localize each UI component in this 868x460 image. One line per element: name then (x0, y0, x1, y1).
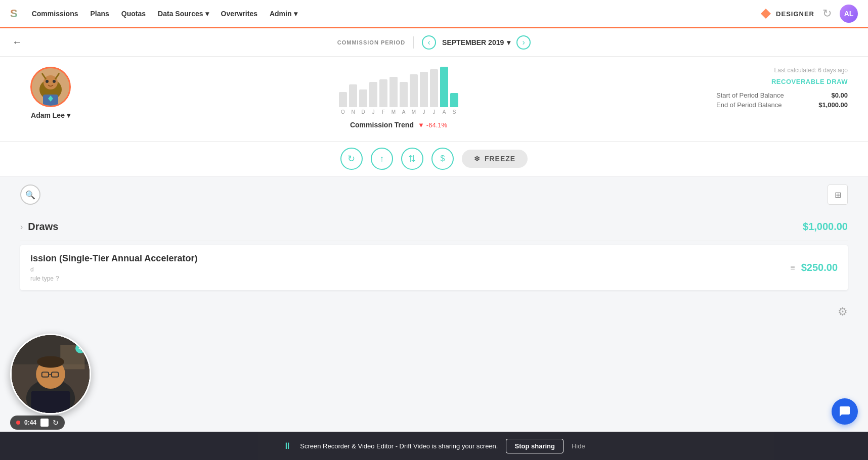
end-balance-row: End of Period Balance $1,000.00 (716, 101, 848, 109)
nav-plans[interactable]: Plans (91, 10, 109, 18)
app-logo[interactable]: S (10, 7, 18, 20)
svg-marker-1 (762, 10, 770, 18)
chat-icon (839, 405, 851, 418)
notification-text: Screen Recorder & Video Editor - Drift V… (300, 442, 498, 450)
bar-label-2: D (359, 109, 367, 115)
payment-button[interactable]: $ (431, 148, 454, 170)
nav-admin[interactable]: Admin ▾ (270, 10, 297, 18)
commission-right: ≡ $250.00 (790, 262, 838, 273)
bar-3 (369, 82, 377, 107)
draws-title: Draws (28, 221, 58, 233)
nav-commissions[interactable]: Commissions (32, 10, 78, 18)
commission-rule-row: rule type ? (30, 275, 197, 282)
recalculate-button[interactable]: ↻ (340, 148, 363, 170)
nav-overwrites[interactable]: Overwrites (221, 10, 257, 18)
trend-badge: ▼ -64.1% (418, 121, 447, 129)
pause-icon: ⏸ (283, 441, 292, 451)
draws-amount: $1,000.00 (803, 221, 848, 233)
bar-1 (349, 84, 357, 107)
profile-name[interactable]: Adam Lee ▾ (31, 111, 70, 119)
profile-chevron-icon: ▾ (67, 111, 70, 119)
commission-sub: d (30, 266, 197, 273)
recoverable-draw-link[interactable]: RECOVERABLE DRAW (716, 78, 848, 85)
draws-section: › Draws $1,000.00 (20, 213, 848, 241)
add-participant-button[interactable]: + (75, 343, 85, 353)
bar-label-4: F (379, 109, 387, 115)
refresh-button[interactable]: ↻ (822, 7, 832, 20)
end-balance-value: $1,000.00 (818, 101, 848, 109)
search-button[interactable]: 🔍 (20, 185, 40, 205)
bar-label-6: A (400, 109, 408, 115)
freeze-button[interactable]: ❄ FREEZE (462, 150, 528, 168)
search-icon: 🔍 (25, 190, 35, 200)
start-balance-label: Start of Period Balance (716, 91, 784, 99)
bar-11 (450, 93, 458, 107)
chart-labels: ONDJFMAMJJAS (339, 109, 458, 115)
bar-2 (359, 89, 367, 107)
commission-bar-chart (339, 67, 458, 107)
bar-label-10: A (440, 109, 448, 115)
recording-time: 0:44 (24, 419, 36, 426)
bar-9 (430, 69, 438, 107)
period-prev-button[interactable]: ‹ (422, 35, 436, 50)
notification-bar: ⏸ Screen Recorder & Video Editor - Drift… (0, 432, 868, 460)
end-balance-label: End of Period Balance (716, 101, 782, 109)
bar-8 (420, 72, 428, 107)
commission-name: ission (Single-Tier Annual Accelerator) (30, 253, 197, 264)
period-next-button[interactable]: › (516, 35, 531, 50)
freeze-icon: ❄ (474, 155, 481, 163)
bar-10 (440, 67, 448, 107)
video-overlay: + (10, 334, 91, 415)
balance-column: Last calculated: 6 days ago RECOVERABLE … (716, 67, 848, 111)
rule-info-icon[interactable]: ? (56, 275, 59, 282)
settings-button[interactable]: ⚙ (838, 305, 848, 318)
main-content: ← COMMISSION PERIOD ‹ SEPTEMBER 2019 ▾ › (0, 28, 868, 460)
nav-data-sources[interactable]: Data Sources ▾ (158, 10, 208, 18)
period-value[interactable]: SEPTEMBER 2019 ▾ (442, 38, 510, 47)
bar-6 (400, 82, 408, 107)
chart-column: ONDJFMAMJJAS Commission Trend ▼ -64.1% (101, 67, 696, 129)
replay-button[interactable]: ↻ (53, 419, 59, 427)
bar-7 (410, 74, 418, 107)
bar-label-11: S (450, 109, 458, 115)
bar-0 (339, 92, 347, 107)
chat-button[interactable] (832, 398, 858, 425)
designer-button[interactable]: DESIGNER (760, 8, 814, 20)
bar-label-5: M (389, 109, 398, 115)
period-bar: ← COMMISSION PERIOD ‹ SEPTEMBER 2019 ▾ › (0, 28, 868, 57)
nav-right: DESIGNER ↻ AL (760, 5, 858, 23)
commission-list-icon[interactable]: ≡ (790, 263, 795, 272)
filter-icon: ⊞ (835, 190, 841, 200)
commission-info: ission (Single-Tier Annual Accelerator) … (30, 253, 197, 282)
hide-notification-button[interactable]: Hide (572, 442, 585, 450)
commission-item: ission (Single-Tier Annual Accelerator) … (20, 245, 848, 290)
bar-label-7: M (410, 109, 418, 115)
nav-quotas[interactable]: Quotas (121, 10, 146, 18)
last-calculated: Last calculated: 6 days ago (716, 67, 848, 74)
admin-chevron-icon: ▾ (294, 10, 297, 18)
stop-sharing-button[interactable]: Stop sharing (506, 439, 563, 453)
svg-point-6 (53, 80, 56, 83)
data-sources-chevron-icon: ▾ (205, 10, 209, 18)
period-chevron-icon: ▾ (507, 38, 510, 47)
period-navigation: ‹ SEPTEMBER 2019 ▾ › (422, 35, 531, 50)
svg-rect-18 (31, 391, 70, 413)
bar-label-9: J (430, 109, 438, 115)
draws-title-row[interactable]: › Draws (20, 221, 58, 233)
export-button[interactable]: ↑ (371, 148, 393, 170)
bar-5 (389, 77, 398, 107)
filter-button[interactable]: ⊞ (828, 185, 848, 205)
back-button[interactable]: ← (12, 36, 22, 48)
user-avatar[interactable]: AL (840, 5, 858, 23)
trend-label: Commission Trend (350, 121, 414, 129)
adjust-button[interactable]: ⇅ (401, 148, 423, 170)
svg-point-5 (46, 80, 49, 83)
trend-row: Commission Trend ▼ -64.1% (350, 121, 447, 129)
commission-amount: $250.00 (801, 262, 838, 273)
top-navigation: S Commissions Plans Quotas Data Sources … (0, 0, 868, 28)
period-label: COMMISSION PERIOD (337, 39, 405, 45)
svg-point-14 (37, 356, 64, 367)
recording-indicator (16, 421, 20, 425)
start-balance-value: $0.00 (831, 91, 848, 99)
stop-recording-button[interactable] (40, 419, 49, 427)
